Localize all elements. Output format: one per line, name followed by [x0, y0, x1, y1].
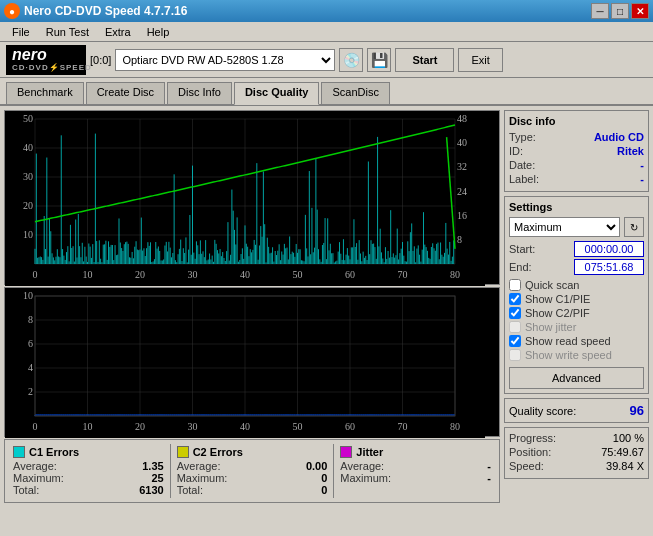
c1-max-value: 25 [151, 472, 163, 484]
tab-disc-info[interactable]: Disc Info [167, 82, 232, 104]
settings-title: Settings [509, 201, 644, 213]
quality-panel: Quality score: 96 [504, 398, 649, 423]
c1-avg-label: Average: [13, 460, 57, 472]
window-title: Nero CD-DVD Speed 4.7.7.16 [24, 4, 187, 18]
date-value: - [640, 159, 644, 171]
quick-scan-label: Quick scan [525, 279, 579, 291]
progress-value: 100 % [613, 432, 644, 444]
menu-file[interactable]: File [4, 24, 38, 40]
type-value: Audio CD [594, 131, 644, 143]
c2-avg-value: 0.00 [306, 460, 327, 472]
chart-area: C1 Errors Average: 1.35 Maximum: 25 Tota… [4, 110, 500, 532]
legend-c1: C1 Errors Average: 1.35 Maximum: 25 Tota… [7, 444, 171, 498]
menu-run-test[interactable]: Run Test [38, 24, 97, 40]
close-button[interactable]: ✕ [631, 3, 649, 19]
disc-icon-button[interactable]: 💿 [339, 48, 363, 72]
c2-total-value: 0 [321, 484, 327, 496]
c2-total-label: Total: [177, 484, 203, 496]
minimize-button[interactable]: ─ [591, 3, 609, 19]
show-jitter-label: Show jitter [525, 321, 576, 333]
show-read-speed-checkbox[interactable] [509, 335, 521, 347]
chart-bottom [4, 287, 500, 437]
drive-select[interactable]: Optiarc DVD RW AD-5280S 1.Z8 [115, 49, 335, 71]
position-label: Position: [509, 446, 551, 458]
start-button[interactable]: Start [395, 48, 454, 72]
end-label: End: [509, 261, 532, 273]
tab-disc-quality[interactable]: Disc Quality [234, 82, 320, 105]
toolbar: nero CD·DVD⚡SPEED [0:0] Optiarc DVD RW A… [0, 42, 653, 78]
exit-button[interactable]: Exit [458, 48, 502, 72]
tabs-bar: Benchmark Create Disc Disc Info Disc Qua… [0, 78, 653, 106]
tab-benchmark[interactable]: Benchmark [6, 82, 84, 104]
right-panel: Disc info Type: Audio CD ID: Ritek Date:… [504, 110, 649, 532]
tab-create-disc[interactable]: Create Disc [86, 82, 165, 104]
menu-extra[interactable]: Extra [97, 24, 139, 40]
advanced-button[interactable]: Advanced [509, 367, 644, 389]
show-c1-pie-label: Show C1/PIE [525, 293, 590, 305]
c1-label: C1 Errors [29, 446, 79, 458]
menu-bar: File Run Test Extra Help [0, 22, 653, 42]
jitter-max-label: Maximum: [340, 472, 391, 484]
app-icon: ● [4, 3, 20, 19]
c2-label: C2 Errors [193, 446, 243, 458]
progress-label: Progress: [509, 432, 556, 444]
id-value: Ritek [617, 145, 644, 157]
start-label: Start: [509, 243, 535, 255]
position-value: 75:49.67 [601, 446, 644, 458]
disc-info-panel: Disc info Type: Audio CD ID: Ritek Date:… [504, 110, 649, 192]
show-c1-pie-checkbox[interactable] [509, 293, 521, 305]
show-c2-pif-label: Show C2/PIF [525, 307, 590, 319]
date-label: Date: [509, 159, 535, 171]
quality-score-value: 96 [630, 403, 644, 418]
jitter-max-value: - [487, 472, 491, 484]
legend-c2: C2 Errors Average: 0.00 Maximum: 0 Total… [171, 444, 335, 498]
c2-max-label: Maximum: [177, 472, 228, 484]
chart-top [4, 110, 500, 285]
show-write-speed-checkbox[interactable] [509, 349, 521, 361]
nero-logo: nero CD·DVD⚡SPEED [6, 45, 86, 75]
main-content: C1 Errors Average: 1.35 Maximum: 25 Tota… [0, 106, 653, 536]
legend-area: C1 Errors Average: 1.35 Maximum: 25 Tota… [4, 439, 500, 503]
show-c2-pif-checkbox[interactable] [509, 307, 521, 319]
c1-color [13, 446, 25, 458]
id-label: ID: [509, 145, 523, 157]
c1-avg-value: 1.35 [142, 460, 163, 472]
drive-label: [0:0] [90, 54, 111, 66]
tab-scandisc[interactable]: ScanDisc [321, 82, 389, 104]
end-time-input[interactable] [574, 259, 644, 275]
refresh-button[interactable]: ↻ [624, 217, 644, 237]
show-jitter-checkbox[interactable] [509, 321, 521, 333]
progress-panel: Progress: 100 % Position: 75:49.67 Speed… [504, 427, 649, 479]
type-label: Type: [509, 131, 536, 143]
jitter-color [340, 446, 352, 458]
jitter-avg-value: - [487, 460, 491, 472]
jitter-label: Jitter [356, 446, 383, 458]
label-label: Label: [509, 173, 539, 185]
disc-info-title: Disc info [509, 115, 644, 127]
settings-panel: Settings Maximum ↻ Start: End: Quick sca… [504, 196, 649, 394]
c2-max-value: 0 [321, 472, 327, 484]
c2-avg-label: Average: [177, 460, 221, 472]
show-write-speed-label: Show write speed [525, 349, 612, 361]
legend-jitter: Jitter Average: - Maximum: - [334, 444, 497, 498]
c1-total-label: Total: [13, 484, 39, 496]
menu-help[interactable]: Help [139, 24, 178, 40]
speed-label: Speed: [509, 460, 544, 472]
start-time-input[interactable] [574, 241, 644, 257]
speed-select[interactable]: Maximum [509, 217, 620, 237]
label-value: - [640, 173, 644, 185]
show-read-speed-label: Show read speed [525, 335, 611, 347]
maximize-button[interactable]: □ [611, 3, 629, 19]
quick-scan-checkbox[interactable] [509, 279, 521, 291]
title-bar: ● Nero CD-DVD Speed 4.7.7.16 ─ □ ✕ [0, 0, 653, 22]
c2-color [177, 446, 189, 458]
c1-total-value: 6130 [139, 484, 163, 496]
speed-value: 39.84 X [606, 460, 644, 472]
jitter-avg-label: Average: [340, 460, 384, 472]
quality-score-label: Quality score: [509, 405, 576, 417]
save-button[interactable]: 💾 [367, 48, 391, 72]
c1-max-label: Maximum: [13, 472, 64, 484]
